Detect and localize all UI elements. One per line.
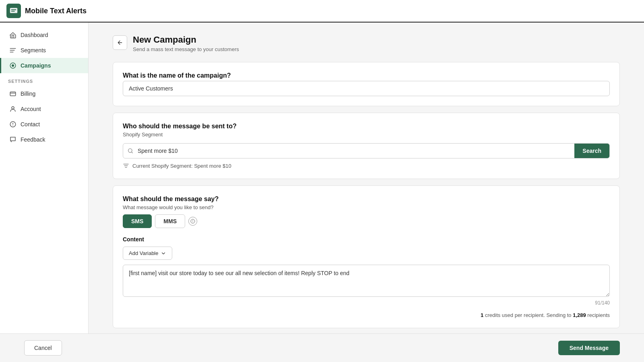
search-button[interactable]: Search (574, 144, 609, 158)
info-icon[interactable] (188, 217, 197, 226)
current-segment-text: Current Shopify Segment: Spent more $10 (132, 163, 231, 169)
message-textarea[interactable]: [first name] visit our store today to se… (123, 265, 610, 297)
sidebar-item-label-segments: Segments (21, 47, 46, 53)
segment-search-row: Search (123, 143, 610, 158)
page-header-text: New Campaign Send a mass text message to… (133, 35, 239, 52)
dropdown-chevron-icon (161, 251, 166, 256)
home-icon (9, 31, 17, 39)
svg-rect-3 (10, 92, 16, 96)
sidebar-item-dashboard[interactable]: Dashboard (0, 27, 88, 43)
sidebar-item-feedback[interactable]: Feedback (0, 132, 88, 147)
sidebar-item-label-billing: Billing (21, 90, 35, 97)
segment-filter-icon (123, 162, 129, 169)
sidebar-item-account[interactable]: Account (0, 101, 88, 117)
search-icon (127, 148, 134, 154)
mms-button[interactable]: MMS (155, 214, 185, 228)
message-type-row: SMS MMS (123, 214, 610, 228)
add-variable-label: Add Variable (129, 250, 158, 256)
campaign-name-title: What is the name of the campaign? (123, 72, 610, 79)
sidebar-item-label-account: Account (21, 106, 41, 112)
feedback-icon (9, 136, 17, 143)
campaign-name-card: What is the name of the campaign? (113, 62, 620, 106)
send-message-button[interactable]: Send Message (558, 341, 620, 355)
current-segment: Current Shopify Segment: Spent more $10 (123, 162, 610, 169)
recipients-title: Who should the message be sent to? (123, 123, 610, 130)
sidebar-item-label-campaigns: Campaigns (21, 62, 51, 69)
recipients-count: 1,289 (573, 312, 586, 318)
svg-point-2 (12, 64, 14, 67)
credits-suffix: credits used per recipient. Sending to (483, 312, 573, 318)
settings-section-label: SETTINGS (0, 73, 88, 86)
add-variable-button[interactable]: Add Variable (123, 247, 172, 260)
app-name: Mobile Text Alerts (25, 7, 87, 15)
char-count: 91/140 (123, 300, 610, 306)
page-title: New Campaign (133, 35, 239, 45)
segment-search-input[interactable] (138, 144, 574, 158)
svg-rect-0 (10, 8, 17, 13)
topbar: Mobile Text Alerts (0, 0, 644, 23)
sidebar-item-segments[interactable]: Segments (0, 43, 88, 58)
sidebar: Dashboard Segments Campaigns SETTINGS Bi… (0, 23, 89, 333)
app-logo (6, 4, 21, 18)
footer-bar: Cancel Send Message (0, 333, 644, 362)
page-subtitle: Send a mass text message to your custome… (133, 46, 239, 52)
account-icon (9, 105, 17, 113)
cancel-button[interactable]: Cancel (24, 340, 62, 356)
svg-point-4 (12, 107, 14, 109)
recipients-subtitle: Shopify Segment (123, 132, 610, 138)
sidebar-item-label-dashboard: Dashboard (21, 32, 48, 38)
main-layout: Dashboard Segments Campaigns SETTINGS Bi… (0, 23, 644, 333)
message-type-label: What message would you like to send? (123, 204, 610, 210)
recipients-suffix: recipients (586, 312, 610, 318)
back-arrow-icon (117, 39, 123, 46)
campaigns-icon (9, 62, 17, 69)
page-header: New Campaign Send a mass text message to… (113, 35, 620, 52)
sidebar-item-contact[interactable]: Contact (0, 117, 88, 132)
sidebar-item-campaigns[interactable]: Campaigns (0, 58, 88, 73)
recipients-card: Who should the message be sent to? Shopi… (113, 113, 620, 179)
search-icon-wrap (123, 148, 138, 154)
message-title: What should the message say? (123, 195, 610, 203)
content-area: New Campaign Send a mass text message to… (89, 23, 644, 333)
message-card: What should the message say? What messag… (113, 185, 620, 328)
billing-icon (9, 90, 17, 97)
credits-info: 1 credits used per recipient. Sending to… (123, 312, 610, 318)
sms-button[interactable]: SMS (123, 214, 152, 228)
sidebar-item-label-feedback: Feedback (21, 136, 45, 143)
back-button[interactable] (113, 35, 127, 50)
sidebar-item-billing[interactable]: Billing (0, 86, 88, 101)
segments-icon (9, 47, 17, 54)
contact-icon (9, 121, 17, 128)
sidebar-item-label-contact: Contact (21, 121, 40, 128)
campaign-name-input[interactable] (123, 81, 610, 96)
content-label: Content (123, 236, 610, 243)
